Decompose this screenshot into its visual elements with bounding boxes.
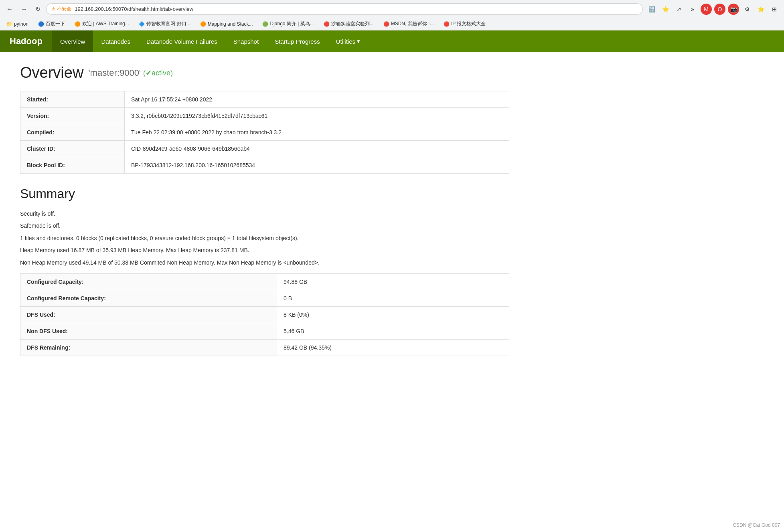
table-row: DFS Used: 8 KB (0%) bbox=[20, 306, 509, 323]
bookmark-django-label: Django 简介 | 菜鸟... bbox=[270, 20, 314, 27]
master-host: 'master:9000' bbox=[88, 68, 141, 78]
summary-section: Summary Security is off. Safemode is off… bbox=[20, 186, 509, 356]
back-button[interactable]: ← bbox=[4, 4, 15, 14]
summary-title: Summary bbox=[20, 186, 509, 201]
browser-icon-4[interactable]: » bbox=[687, 4, 698, 15]
bookmark-python[interactable]: 📁 python bbox=[4, 20, 31, 28]
version-value: 3.3.2, r0bcb014209e219273cb6fd4152df7df7… bbox=[125, 108, 509, 124]
browser-icon-6[interactable]: O bbox=[714, 4, 725, 15]
page-title: Overview 'master:9000' (✔active) bbox=[20, 64, 509, 81]
bookmark-chuanzhi-icon: 🔷 bbox=[139, 21, 145, 27]
table-row: Configured Remote Capacity: 0 B bbox=[20, 290, 509, 306]
configured-capacity-value: 94.88 GB bbox=[277, 273, 509, 290]
bookmark-django[interactable]: 🟢 Django 简介 | 菜鸟... bbox=[260, 20, 316, 28]
nav-startup-progress[interactable]: Startup Progress bbox=[267, 30, 328, 52]
browser-icons: 🔠 ⭐ ↗ » M O 📷 ⚙ ⭐ ⊞ bbox=[646, 4, 780, 15]
forward-button[interactable]: → bbox=[18, 4, 30, 14]
hadoop-navbar: Hadoop Overview Datanodes Datanode Volum… bbox=[0, 30, 784, 52]
nav-overview[interactable]: Overview bbox=[52, 30, 93, 52]
bookmark-msdn-icon: 🔴 bbox=[383, 21, 389, 27]
bookmark-aws[interactable]: 🟠 欢迎 | AWS Training... bbox=[72, 20, 132, 28]
utilities-label: Utilities bbox=[336, 38, 355, 45]
non-dfs-used-label: Non DFS Used: bbox=[20, 323, 277, 339]
bookmark-baidu-label: 百度一下 bbox=[46, 20, 65, 27]
nav-snapshot[interactable]: Snapshot bbox=[225, 30, 267, 52]
safemode-status: Safemode is off. bbox=[20, 221, 509, 230]
table-row: Version: 3.3.2, r0bcb014209e219273cb6fd4… bbox=[20, 108, 509, 124]
table-row: Compiled: Tue Feb 22 02:39:00 +0800 2022… bbox=[20, 124, 509, 141]
bookmarks-bar: 📁 python 🔵 百度一下 🟠 欢迎 | AWS Training... 🔷… bbox=[0, 18, 784, 30]
heap-memory-info: Heap Memory used 16.87 MB of 35.93 MB He… bbox=[20, 246, 509, 255]
bookmark-aws-icon: 🟠 bbox=[75, 21, 81, 27]
bookmark-django-icon: 🟢 bbox=[262, 21, 268, 27]
address-bar[interactable]: ⚠ 不安全 192.168.200.16:50070/dfshealth.htm… bbox=[46, 3, 643, 15]
table-row: Block Pool ID: BP-1793343812-192.168.200… bbox=[20, 157, 509, 174]
bookmark-msdn[interactable]: 🔴 MSDN, 我告诉你 -... bbox=[381, 20, 436, 28]
configured-remote-capacity-value: 0 B bbox=[277, 290, 509, 306]
bookmark-baidu-icon: 🔵 bbox=[38, 21, 44, 27]
dfs-remaining-label: DFS Remaining: bbox=[20, 339, 277, 356]
security-warning: ⚠ 不安全 bbox=[51, 6, 71, 12]
overview-subtitle: 'master:9000' (✔active) bbox=[88, 68, 173, 78]
bookmark-mapping[interactable]: 🟠 Mapping and Stack... bbox=[198, 20, 255, 28]
browser-chrome: ← → ↻ ⚠ 不安全 192.168.200.16:50070/dfsheal… bbox=[0, 0, 784, 30]
configured-remote-capacity-label: Configured Remote Capacity: bbox=[20, 290, 277, 306]
browser-icon-9[interactable]: ⭐ bbox=[755, 4, 766, 15]
compiled-label: Compiled: bbox=[20, 124, 125, 141]
cluster-id-label: Cluster ID: bbox=[20, 141, 125, 157]
table-row: Cluster ID: CID-890d24c9-ae60-4808-9066-… bbox=[20, 141, 509, 157]
browser-toolbar: ← → ↻ ⚠ 不安全 192.168.200.16:50070/dfsheal… bbox=[0, 0, 784, 18]
block-pool-id-value: BP-1793343812-192.168.200.16-16501026855… bbox=[125, 157, 509, 174]
nav-datanode-volume-failures[interactable]: Datanode Volume Failures bbox=[138, 30, 225, 52]
bookmark-chuanzhi[interactable]: 🔷 传智教育官网-好口... bbox=[136, 20, 193, 28]
bookmark-aws-label: 欢迎 | AWS Training... bbox=[82, 20, 129, 27]
table-row: DFS Remaining: 89.42 GB (94.35%) bbox=[20, 339, 509, 356]
active-status: (✔active) bbox=[143, 69, 173, 77]
bookmark-ip-icon: 🔴 bbox=[444, 21, 450, 27]
address-text: 192.168.200.16:50070/dfshealth.html#tab-… bbox=[75, 6, 638, 12]
security-status: Security is off. bbox=[20, 209, 509, 218]
overview-section: Overview 'master:9000' (✔active) Started… bbox=[20, 64, 509, 174]
main-content: Overview 'master:9000' (✔active) Started… bbox=[0, 52, 529, 368]
bookmark-python-icon: 📁 bbox=[6, 21, 12, 27]
bookmark-baidu[interactable]: 🔵 百度一下 bbox=[36, 20, 67, 28]
non-dfs-used-value: 5.46 GB bbox=[277, 323, 509, 339]
bookmark-python-label: python bbox=[14, 21, 28, 27]
utilities-dropdown: Utilities ▾ bbox=[336, 38, 360, 45]
bookmark-msdn-label: MSDN, 我告诉你 -... bbox=[391, 20, 434, 27]
dfs-used-value: 8 KB (0%) bbox=[277, 306, 509, 323]
table-row: Configured Capacity: 94.88 GB bbox=[20, 273, 509, 290]
nav-utilities[interactable]: Utilities ▾ bbox=[328, 30, 368, 52]
bookmark-chuanzhi-label: 传智教育官网-好口... bbox=[146, 20, 190, 27]
nav-datanodes[interactable]: Datanodes bbox=[93, 30, 138, 52]
utilities-chevron-icon: ▾ bbox=[357, 38, 360, 45]
browser-icon-10[interactable]: ⊞ bbox=[769, 4, 780, 15]
table-row: Started: Sat Apr 16 17:55:24 +0800 2022 bbox=[20, 91, 509, 108]
browser-icon-8[interactable]: ⚙ bbox=[741, 4, 753, 15]
reload-button[interactable]: ↻ bbox=[33, 4, 43, 14]
dfs-remaining-value: 89.42 GB (94.35%) bbox=[277, 339, 509, 356]
bookmark-sandbox[interactable]: 🔴 沙箱实验室实验列... bbox=[321, 20, 376, 28]
dfs-used-label: DFS Used: bbox=[20, 306, 277, 323]
browser-icon-3[interactable]: ↗ bbox=[673, 4, 685, 15]
browser-icon-1[interactable]: 🔠 bbox=[646, 4, 657, 15]
bookmark-mapping-label: Mapping and Stack... bbox=[208, 21, 253, 27]
configured-capacity-label: Configured Capacity: bbox=[20, 273, 277, 290]
version-label: Version: bbox=[20, 108, 125, 124]
block-pool-id-label: Block Pool ID: bbox=[20, 157, 125, 174]
browser-icon-5[interactable]: M bbox=[701, 4, 712, 15]
bookmark-ip-label: IP 报文格式大全 bbox=[451, 20, 486, 27]
bookmark-sandbox-label: 沙箱实验室实验列... bbox=[331, 20, 374, 27]
non-heap-memory-info: Non Heap Memory used 49.14 MB of 50.38 M… bbox=[20, 258, 509, 267]
overview-table: Started: Sat Apr 16 17:55:24 +0800 2022 … bbox=[20, 91, 509, 174]
overview-title: Overview bbox=[20, 64, 83, 81]
bookmark-ip[interactable]: 🔴 IP 报文格式大全 bbox=[441, 20, 488, 28]
hadoop-brand: Hadoop bbox=[0, 30, 52, 52]
files-blocks-info: 1 files and directories, 0 blocks (0 rep… bbox=[20, 234, 509, 243]
cluster-id-value: CID-890d24c9-ae60-4808-9066-649b1856eab4 bbox=[125, 141, 509, 157]
summary-table: Configured Capacity: 94.88 GB Configured… bbox=[20, 273, 509, 356]
browser-icon-7[interactable]: 📷 bbox=[728, 4, 739, 15]
table-row: Non DFS Used: 5.46 GB bbox=[20, 323, 509, 339]
bookmark-sandbox-icon: 🔴 bbox=[324, 21, 330, 27]
browser-icon-2[interactable]: ⭐ bbox=[660, 4, 671, 15]
